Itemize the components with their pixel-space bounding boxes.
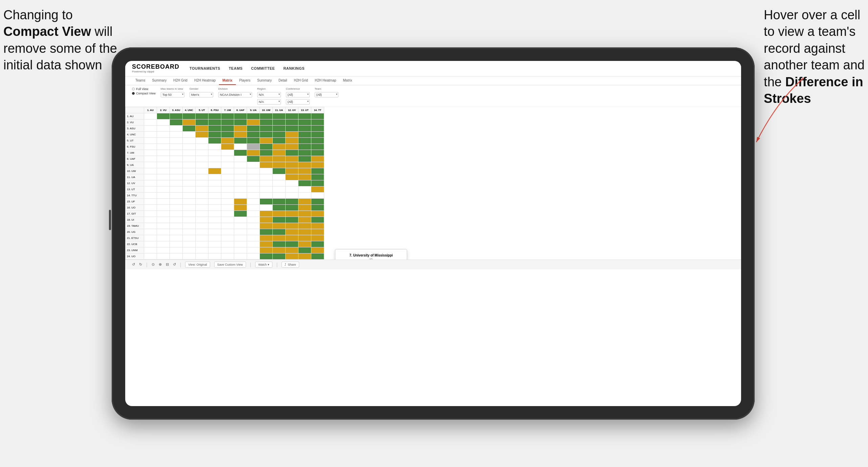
matrix-cell[interactable] — [260, 198, 273, 204]
matrix-cell[interactable] — [234, 125, 247, 131]
matrix-cell[interactable] — [311, 210, 324, 217]
matrix-cell[interactable] — [170, 223, 183, 229]
matrix-cell[interactable] — [208, 119, 221, 125]
matrix-cell[interactable] — [183, 156, 196, 162]
matrix-cell[interactable] — [196, 119, 208, 125]
matrix-cell[interactable] — [247, 150, 260, 156]
matrix-cell[interactable] — [157, 241, 170, 247]
matrix-cell[interactable] — [311, 168, 324, 174]
nav-committee[interactable]: COMMITTEE — [251, 66, 275, 70]
matrix-cell[interactable] — [183, 168, 196, 174]
matrix-cell[interactable] — [311, 247, 324, 253]
matrix-cell[interactable] — [273, 150, 286, 156]
compact-view-option[interactable]: Compact View — [132, 92, 156, 95]
matrix-cell[interactable] — [311, 119, 324, 125]
matrix-cell[interactable] — [286, 253, 298, 259]
matrix-cell[interactable] — [183, 217, 196, 223]
matrix-cell[interactable] — [273, 186, 286, 192]
matrix-cell[interactable] — [183, 174, 196, 180]
matrix-cell[interactable] — [234, 168, 247, 174]
matrix-cell[interactable] — [286, 168, 298, 174]
matrix-cell[interactable] — [273, 235, 286, 241]
matrix-cell[interactable] — [234, 131, 247, 137]
matrix-cell[interactable] — [273, 162, 286, 168]
matrix-cell[interactable] — [247, 253, 260, 259]
matrix-cell[interactable] — [273, 125, 286, 131]
matrix-cell[interactable] — [196, 174, 208, 180]
matrix-cell[interactable] — [311, 235, 324, 241]
matrix-cell[interactable] — [286, 198, 298, 204]
matrix-cell[interactable] — [273, 119, 286, 125]
matrix-cell[interactable] — [247, 223, 260, 229]
matrix-cell[interactable] — [221, 143, 234, 150]
matrix-cell[interactable] — [196, 241, 208, 247]
matrix-cell[interactable] — [208, 150, 221, 156]
matrix-cell[interactable] — [183, 223, 196, 229]
matrix-cell[interactable] — [170, 229, 183, 235]
matrix-cell[interactable] — [247, 192, 260, 198]
matrix-cell[interactable] — [157, 174, 170, 180]
matrix-cell[interactable] — [273, 180, 286, 186]
matrix-cell[interactable] — [260, 186, 273, 192]
matrix-cell[interactable] — [311, 174, 324, 180]
matrix-cell[interactable] — [311, 204, 324, 210]
matrix-cell[interactable] — [260, 241, 273, 247]
matrix-cell[interactable] — [298, 223, 311, 229]
matrix-cell[interactable] — [183, 198, 196, 204]
matrix-cell[interactable] — [234, 241, 247, 247]
matrix-cell[interactable] — [273, 253, 286, 259]
matrix-cell[interactable] — [144, 192, 157, 198]
matrix-cell[interactable] — [298, 204, 311, 210]
matrix-cell[interactable] — [247, 125, 260, 131]
matrix-cell[interactable] — [208, 241, 221, 247]
matrix-cell[interactable] — [183, 125, 196, 131]
matrix-cell[interactable] — [311, 192, 324, 198]
tab-players[interactable]: Players — [236, 76, 254, 85]
matrix-cell[interactable] — [311, 223, 324, 229]
undo-icon[interactable]: ↺ — [132, 262, 135, 267]
matrix-cell[interactable] — [247, 247, 260, 253]
matrix-cell[interactable] — [260, 174, 273, 180]
matrix-cell[interactable] — [196, 143, 208, 150]
matrix-cell[interactable] — [273, 210, 286, 217]
matrix-cell[interactable] — [234, 223, 247, 229]
matrix-cell[interactable] — [247, 168, 260, 174]
matrix-cell[interactable] — [298, 180, 311, 186]
matrix-cell[interactable] — [157, 229, 170, 235]
redo-icon[interactable]: ↻ — [139, 262, 142, 267]
matrix-cell[interactable] — [170, 168, 183, 174]
matrix-cell[interactable] — [144, 235, 157, 241]
tab-h2h-grid[interactable]: H2H Grid — [170, 76, 191, 85]
matrix-cell[interactable] — [144, 131, 157, 137]
matrix-cell[interactable] — [208, 186, 221, 192]
matrix-cell[interactable] — [311, 150, 324, 156]
matrix-cell[interactable] — [298, 150, 311, 156]
matrix-cell[interactable] — [221, 137, 234, 143]
matrix-cell[interactable] — [260, 125, 273, 131]
matrix-cell[interactable] — [260, 247, 273, 253]
matrix-cell[interactable] — [286, 217, 298, 223]
matrix-cell[interactable] — [144, 253, 157, 259]
matrix-cell[interactable] — [157, 125, 170, 131]
matrix-cell[interactable] — [144, 204, 157, 210]
matrix-cell[interactable] — [196, 162, 208, 168]
matrix-cell[interactable] — [196, 180, 208, 186]
watch-btn[interactable]: Watch ▾ — [255, 262, 272, 268]
matrix-cell[interactable] — [247, 217, 260, 223]
save-custom-btn[interactable]: Save Custom View — [214, 262, 246, 268]
matrix-cell[interactable] — [260, 162, 273, 168]
matrix-cell[interactable] — [170, 204, 183, 210]
matrix-cell[interactable] — [273, 174, 286, 180]
matrix-cell[interactable] — [247, 180, 260, 186]
matrix-cell[interactable] — [144, 198, 157, 204]
matrix-cell[interactable] — [170, 131, 183, 137]
matrix-cell[interactable] — [170, 253, 183, 259]
matrix-cell[interactable] — [221, 156, 234, 162]
matrix-cell[interactable] — [311, 113, 324, 119]
matrix-cell[interactable] — [208, 125, 221, 131]
full-view-radio[interactable] — [132, 88, 135, 90]
matrix-cell[interactable] — [234, 150, 247, 156]
matrix-cell[interactable] — [221, 192, 234, 198]
matrix-cell[interactable] — [234, 156, 247, 162]
matrix-cell[interactable] — [298, 113, 311, 119]
